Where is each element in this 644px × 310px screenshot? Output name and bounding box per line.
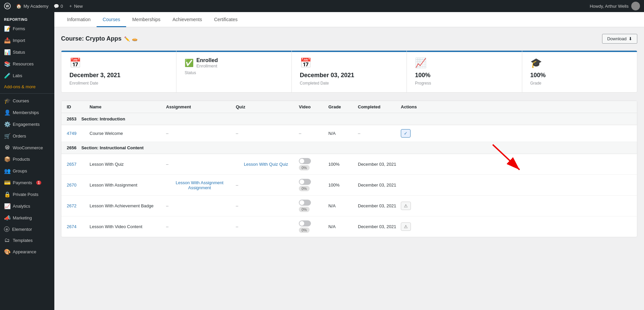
sidebar-item-groups[interactable]: 👥 Groups [0, 165, 54, 177]
admin-bar-right: Howdy, Arthur Wells [590, 2, 640, 10]
assignment-link-2670[interactable]: Lesson With Assignment Assignment [166, 180, 233, 190]
edit-icon[interactable]: ✏️ [124, 36, 130, 42]
col-actions: Actions [401, 104, 434, 109]
analytics-label: Analytics [13, 204, 30, 209]
site-name[interactable]: 🏠 My Academy [16, 4, 48, 9]
row-assignment-2672: – [166, 203, 233, 208]
payments-icon: 💳 [4, 179, 10, 186]
grade-value: 100% [530, 72, 629, 79]
row-quiz-2672: – [236, 203, 296, 208]
sidebar-item-appearance[interactable]: 🎨 Appearance [0, 246, 54, 258]
sidebar-item-courses[interactable]: 🎓 Courses [0, 95, 54, 107]
row-grade-4749: N/A [328, 131, 355, 136]
sidebar-item-elementor[interactable]: ⊕ Elementor [0, 224, 54, 235]
section-introduction: 2653 Section: Introduction [61, 113, 637, 125]
action-warn-2672[interactable]: ⚠ [401, 202, 411, 210]
enrolled-title: Enrolled [196, 57, 218, 63]
sidebar-item-import[interactable]: 📥 Import [0, 35, 54, 46]
download-button[interactable]: Download ⬇ [602, 34, 637, 44]
sidebar-item-memberships[interactable]: 👤 Memberships [0, 107, 54, 118]
status-icon: 📊 [4, 49, 10, 55]
sidebar-item-resources[interactable]: 📚 Resources [0, 58, 54, 70]
calendar-icon-completed: 📅 [300, 57, 398, 68]
row-video-2674: 0% [299, 220, 326, 233]
home-icon: 🏠 [16, 4, 21, 9]
course-header: Course: Crypto Apps ✏️ 🥧 Download ⬇ [61, 34, 637, 44]
tab-courses[interactable]: Courses [97, 12, 126, 27]
sidebar-divider-1 [0, 93, 54, 94]
video-toggle-2657[interactable] [299, 158, 311, 164]
video-toggle-2674[interactable] [299, 220, 311, 226]
action-warn-2674[interactable]: ⚠ [401, 222, 411, 231]
sidebar-item-woocommerce[interactable]: Ⓦ WooCommerce [0, 142, 54, 153]
row-name-2657: Lesson With Quiz [90, 162, 163, 167]
row-name-2672: Lesson With Achievement Badge [90, 203, 163, 208]
sidebar-item-forms[interactable]: 📝 Forms [0, 23, 54, 35]
resources-label: Resources [13, 61, 34, 66]
action-check-4749[interactable]: ✓ [401, 129, 411, 138]
sidebar-item-analytics[interactable]: 📈 Analytics [0, 200, 54, 212]
enrollment-date-label: Enrollment Date [69, 81, 168, 86]
groups-icon: 👥 [4, 168, 10, 174]
tab-certificates[interactable]: Certificates [208, 12, 244, 27]
progress-icon: 📈 [415, 57, 514, 68]
addons-label: Add-ons & more [4, 84, 36, 89]
engagements-icon: ⚙️ [4, 121, 10, 127]
orders-label: Orders [13, 134, 26, 139]
stat-completed-date: 📅 December 03, 2021 Completed Date [292, 51, 407, 92]
labs-icon: 🧪 [4, 72, 10, 79]
sidebar-item-payments[interactable]: 💳 Payments 1 [0, 177, 54, 189]
content-area: Information Courses Memberships Achievem… [54, 12, 644, 310]
tabs-bar: Information Courses Memberships Achievem… [54, 12, 644, 27]
tab-achievements[interactable]: Achievements [166, 12, 208, 27]
sidebar-item-addons[interactable]: Add-ons & more [0, 82, 54, 92]
sidebar-item-orders[interactable]: 🛒 Orders [0, 130, 54, 142]
video-toggle-2670[interactable] [299, 179, 311, 185]
download-icon: ⬇ [629, 36, 632, 41]
elementor-label: Elementor [12, 227, 32, 232]
stat-progress: 📈 100% Progress [407, 51, 522, 92]
row-id-2672: 2672 [67, 203, 87, 208]
sidebar-item-labs[interactable]: 🧪 Labs [0, 70, 54, 82]
avatar[interactable] [631, 2, 640, 10]
stat-grade: 🎓 100% Grade [522, 51, 637, 92]
video-toggle-2672[interactable] [299, 200, 311, 206]
courses-icon: 🎓 [4, 98, 10, 104]
grade-label: Grade [530, 81, 629, 86]
courses-label: Courses [13, 98, 29, 103]
sidebar-item-status[interactable]: 📊 Status [0, 46, 54, 58]
status-label: Status [13, 50, 25, 55]
row-assignment-2674: – [166, 224, 233, 229]
howdy-text: Howdy, Arthur Wells [590, 4, 629, 9]
tab-information[interactable]: Information [61, 12, 97, 27]
grade-icon: 🎓 [530, 57, 629, 68]
quiz-link-2657[interactable]: Lesson With Quiz Quiz [236, 162, 296, 167]
data-table: ID Name Assignment Quiz Video Grade Comp… [61, 101, 637, 237]
chart-icon[interactable]: 🥧 [132, 36, 138, 42]
tab-memberships[interactable]: Memberships [126, 12, 166, 27]
sidebar-item-marketing[interactable]: 📣 Marketing [0, 212, 54, 224]
row-grade-2672: N/A [328, 203, 355, 208]
import-icon: 📥 [4, 37, 10, 44]
sidebar-item-templates[interactable]: 🗂 Templates [0, 235, 54, 246]
course-title: Course: Crypto Apps ✏️ 🥧 [61, 35, 138, 42]
sidebar-item-private-posts[interactable]: 🔒 Private Posts [0, 189, 54, 200]
table-header: ID Name Assignment Quiz Video Grade Comp… [61, 101, 637, 113]
new-button[interactable]: ＋ New [68, 3, 83, 9]
table-row-2657: 2657 Lesson With Quiz – Lesson With Quiz… [61, 154, 637, 175]
sidebar-item-products[interactable]: 📦 Products [0, 153, 54, 165]
progress-value: 100% [415, 72, 514, 79]
import-label: Import [13, 38, 25, 43]
completed-date-label: Completed Date [300, 81, 398, 86]
row-quiz-2670: – [236, 183, 296, 188]
comment-bubble[interactable]: 💬 0 [54, 4, 63, 9]
row-completed-4749: – [358, 131, 398, 136]
row-assignment-4749: – [166, 131, 233, 136]
section-instructional: 2656 Section: Instructional Content [61, 142, 637, 154]
table-row-2670: 2670 Lesson With Assignment Lesson With … [61, 175, 637, 196]
comment-icon: 💬 [54, 4, 59, 9]
row-id-2670: 2670 [67, 183, 87, 188]
sidebar-item-engagements[interactable]: ⚙️ Engagements [0, 118, 54, 130]
enrollment-sub: Enrollment [196, 63, 218, 68]
section-name-instructional: Section: Instructional Content [81, 145, 144, 150]
